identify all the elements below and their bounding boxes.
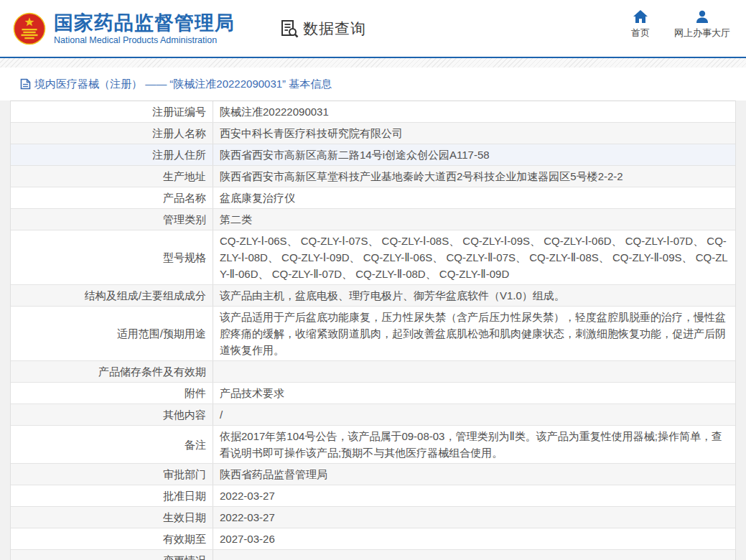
row-label-text: 注册证编号 (152, 103, 206, 120)
row-value: 西安中科长青医疗科技研究院有限公司 (213, 123, 735, 144)
row-value-text: 陕西省药品监督管理局 (220, 466, 327, 482)
nav-service-hall-label: 网上办事大厅 (674, 27, 730, 39)
row-value-text: 该产品适用于产后盆底功能康复，压力性尿失禁（含产后压力性尿失禁），轻度盆腔肌脱垂… (220, 309, 728, 358)
table-row: 产品储存条件及有效期 (11, 361, 735, 383)
row-label: 注册证编号 (11, 101, 213, 122)
row-label: 审批部门 (11, 464, 213, 485)
row-label: 附件 (11, 383, 213, 403)
row-label: 生效日期 (11, 507, 213, 528)
table-row: 其他内容/ (11, 404, 735, 426)
row-label-text: 附件 (185, 385, 206, 401)
table-row: 附件产品技术要求 (11, 383, 735, 404)
row-label: 变更情况 (11, 550, 213, 560)
national-emblem-icon (13, 12, 46, 45)
row-value-text: 产品技术要求 (220, 385, 284, 401)
row-value: 第二类 (213, 209, 735, 230)
row-value-text: 2022-03-27 (220, 487, 275, 504)
row-value: 2022-03-27 (213, 485, 735, 506)
row-label-text: 产品名称 (163, 190, 206, 206)
row-value: 该产品由主机，盆底电极、理疗电极片、御芳华盆底软件（V1.0）组成。 (213, 285, 735, 306)
row-value (213, 361, 735, 382)
table-row: 生产地址陕西省西安市高新区草堂科技产业基地秦岭大道西2号科技企业加速器园区5号楼… (11, 166, 735, 187)
row-label: 适用范围/预期用途 (11, 307, 213, 360)
row-value-text: 陕西省西安市高新区草堂科技产业基地秦岭大道西2号科技企业加速器园区5号楼2-2-… (220, 168, 623, 185)
row-value-text: CQ-ZLY-Ⅰ-06S、 CQ-ZLY-Ⅰ-07S、 CQ-ZLY-Ⅰ-08S… (220, 233, 728, 282)
row-value-text: 陕械注准20222090031 (220, 103, 329, 120)
breadcrumb: 境内医疗器械（注册） —— “陕械注准20222090031” 基本信息 (0, 67, 746, 101)
row-value-text: 该产品由主机，盆底电极、理疗电极片、御芳华盆底软件（V1.0）组成。 (220, 287, 565, 304)
row-label-text: 变更情况 (163, 552, 206, 560)
row-label-text: 审批部门 (163, 466, 206, 482)
row-label: 批准日期 (11, 485, 213, 506)
row-label-text: 适用范围/预期用途 (117, 325, 206, 342)
site-subtitle: National Medical Products Administration (54, 35, 235, 45)
table-row: 适用范围/预期用途该产品适用于产后盆底功能康复，压力性尿失禁（含产后压力性尿失禁… (11, 307, 735, 361)
row-value: 该产品适用于产后盆底功能康复，压力性尿失禁（含产后压力性尿失禁），轻度盆腔肌脱垂… (213, 307, 735, 360)
row-label-text: 批准日期 (163, 487, 206, 504)
row-value: CQ-ZLY-Ⅰ-06S、 CQ-ZLY-Ⅰ-07S、 CQ-ZLY-Ⅰ-08S… (213, 230, 735, 284)
data-query-label: 数据查询 (303, 19, 366, 39)
table-row: 审批部门陕西省药品监督管理局 (11, 464, 735, 485)
table-row: 生效日期2022-03-27 (11, 507, 735, 528)
table-row: 产品名称盆底康复治疗仪 (11, 187, 735, 209)
page-title: 境内医疗器械（注册） —— “陕械注准20222090031” 基本信息 (34, 78, 332, 91)
data-query-section[interactable]: 数据查询 (279, 19, 366, 39)
row-label-text: 产品储存条件及有效期 (98, 363, 206, 380)
header-divider-texture (0, 58, 746, 67)
row-value-text: 陕西省西安市高新区高新二路14号i创途众创公园A117-58 (220, 146, 490, 163)
row-label-text: 生效日期 (163, 509, 206, 526)
nav-service-hall[interactable]: 网上办事大厅 (674, 10, 730, 39)
header-nav: 首页 网上办事大厅 (631, 10, 730, 39)
row-label: 注册人名称 (11, 123, 213, 144)
nav-home[interactable]: 首页 (631, 10, 650, 39)
row-value-text: 依据2017年第104号公告，该产品属于09-08-03，管理类别为Ⅱ类。该产品… (220, 428, 728, 461)
row-label-text: 生产地址 (163, 168, 206, 185)
row-label: 生产地址 (11, 166, 213, 187)
row-value-text: / (220, 406, 223, 423)
row-label: 管理类别 (11, 209, 213, 230)
row-value: 陕械注准20222090031 (213, 101, 735, 122)
row-label: 注册人住所 (11, 144, 213, 165)
table-row: 结构及组成/主要组成成分该产品由主机，盆底电极、理疗电极片、御芳华盆底软件（V1… (11, 285, 735, 307)
table-row: 注册证编号陕械注准20222090031 (11, 101, 735, 123)
table-row: 有效期至2027-03-26 (11, 528, 735, 550)
document-search-icon (279, 19, 299, 39)
table-row: 批准日期2022-03-27 (11, 485, 735, 507)
nav-home-label: 首页 (631, 27, 650, 39)
row-label: 产品名称 (11, 187, 213, 208)
row-value-text: 2027-03-26 (220, 531, 275, 547)
site-title: 国家药品监督管理局 (54, 12, 235, 34)
site-logo[interactable]: 国家药品监督管理局 National Medical Products Admi… (13, 12, 235, 45)
row-label: 结构及组成/主要组成成分 (11, 285, 213, 306)
table-row: 备注依据2017年第104号公告，该产品属于09-08-03，管理类别为Ⅱ类。该… (11, 426, 735, 464)
row-label-text: 型号规格 (163, 249, 206, 266)
row-value-text: 盆底康复治疗仪 (220, 190, 295, 206)
table-row: 注册人住所陕西省西安市高新区高新二路14号i创途众创公园A117-58 (11, 144, 735, 166)
row-value: / (213, 404, 735, 425)
user-icon (696, 10, 709, 23)
row-value: 陕西省西安市高新区草堂科技产业基地秦岭大道西2号科技企业加速器园区5号楼2-2-… (213, 166, 735, 187)
document-icon (20, 78, 31, 90)
table-row: 型号规格CQ-ZLY-Ⅰ-06S、 CQ-ZLY-Ⅰ-07S、 CQ-ZLY-Ⅰ… (11, 230, 735, 285)
home-icon (633, 10, 648, 23)
row-label: 备注 (11, 426, 213, 463)
row-value-text: 西安中科长青医疗科技研究院有限公司 (220, 125, 403, 141)
table-row: 变更情况 (11, 550, 735, 560)
row-label-text: 管理类别 (163, 211, 206, 228)
row-label-text: 备注 (185, 437, 206, 453)
row-label: 产品储存条件及有效期 (11, 361, 213, 382)
row-value: 2022-03-27 (213, 507, 735, 528)
row-label-text: 注册人名称 (152, 125, 206, 141)
table-row: 注册人名称西安中科长青医疗科技研究院有限公司 (11, 123, 735, 144)
row-label: 型号规格 (11, 230, 213, 284)
row-label-text: 有效期至 (163, 531, 206, 547)
site-header: 国家药品监督管理局 National Medical Products Admi… (0, 0, 746, 58)
row-label-text: 其他内容 (163, 406, 206, 423)
row-label: 有效期至 (11, 528, 213, 549)
row-value-text: 2022-03-27 (220, 509, 275, 526)
row-value: 盆底康复治疗仪 (213, 187, 735, 208)
row-value: 产品技术要求 (213, 383, 735, 403)
row-value: 陕西省西安市高新区高新二路14号i创途众创公园A117-58 (213, 144, 735, 165)
registration-info-table: 注册证编号陕械注准20222090031注册人名称西安中科长青医疗科技研究院有限… (10, 101, 736, 560)
row-label: 其他内容 (11, 404, 213, 425)
